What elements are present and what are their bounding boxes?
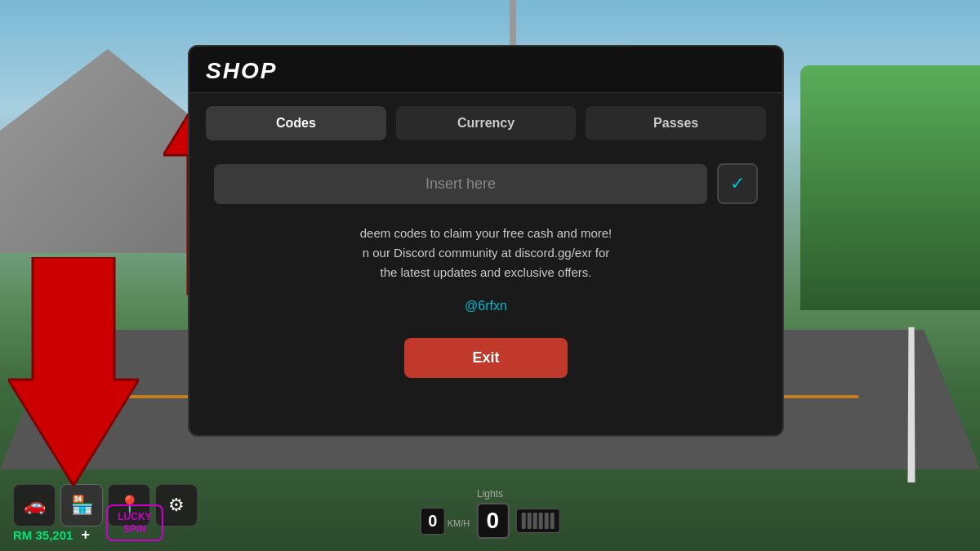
lights-label: Lights bbox=[477, 488, 503, 500]
submit-code-button[interactable]: ✓ bbox=[717, 163, 758, 204]
hud-shop-button[interactable]: 🏪 bbox=[60, 484, 103, 527]
code-input[interactable] bbox=[214, 164, 707, 204]
modal-body: ✓ deem codes to claim your free cash and… bbox=[189, 147, 782, 394]
road-right-curb bbox=[907, 327, 915, 482]
rpm-bar-4 bbox=[538, 513, 542, 529]
lucky-spin-label-2: SPiN bbox=[116, 523, 154, 535]
tab-codes[interactable]: Codes bbox=[206, 106, 386, 140]
code-input-row: ✓ bbox=[214, 163, 758, 204]
exit-button[interactable]: Exit bbox=[404, 338, 568, 378]
trees-right bbox=[800, 65, 980, 310]
tab-currency[interactable]: Currency bbox=[396, 106, 577, 140]
hud-left: 🚗 🏪 📍 ⚙ RM 35,201 + LUCKY SPiN bbox=[0, 478, 212, 551]
shop-modal: SHOP Codes Currency Passes ✓ deem codes … bbox=[188, 45, 784, 437]
rpm-bar-1 bbox=[521, 513, 525, 529]
checkmark-icon: ✓ bbox=[730, 173, 745, 194]
rpm-bar-3 bbox=[532, 513, 537, 529]
lucky-spin-button[interactable]: LUCKY SPiN bbox=[106, 504, 163, 541]
discord-handle[interactable]: @6rfxn bbox=[214, 299, 758, 313]
hud-bottom-row: RM 35,201 + LUCKY SPiN bbox=[13, 527, 199, 544]
speed-display: 0 KM/H 0 bbox=[421, 503, 560, 539]
rpm-bar-5 bbox=[544, 513, 548, 529]
modal-header: SHOP bbox=[189, 47, 782, 93]
modal-description-1: deem codes to claim your free cash and m… bbox=[214, 224, 758, 282]
arrow-down bbox=[8, 257, 139, 486]
gear-display: 0 bbox=[476, 503, 509, 539]
rpm-bar-2 bbox=[527, 513, 531, 529]
lucky-spin-label-1: LUCKY bbox=[116, 511, 154, 522]
tab-passes[interactable]: Passes bbox=[586, 106, 766, 140]
speedometer: 0 KM/H bbox=[421, 508, 470, 535]
currency-amount: RM 35,201 bbox=[13, 528, 73, 542]
shop-icon: 🏪 bbox=[71, 495, 93, 516]
shop-title: SHOP bbox=[206, 58, 277, 83]
modal-tabs: Codes Currency Passes bbox=[189, 93, 782, 147]
rpm-bars bbox=[515, 509, 559, 533]
settings-icon: ⚙ bbox=[168, 495, 185, 516]
svg-marker-0 bbox=[8, 257, 139, 486]
car-icon: 🚗 bbox=[24, 495, 46, 516]
speed-value: 0 bbox=[421, 508, 445, 535]
rpm-bar-6 bbox=[550, 513, 554, 529]
speed-hud: Lights 0 KM/H 0 bbox=[421, 488, 560, 539]
hud-car-button[interactable]: 🚗 bbox=[13, 484, 56, 527]
currency-plus-button[interactable]: + bbox=[81, 527, 90, 544]
speed-unit: KM/H bbox=[448, 518, 470, 528]
